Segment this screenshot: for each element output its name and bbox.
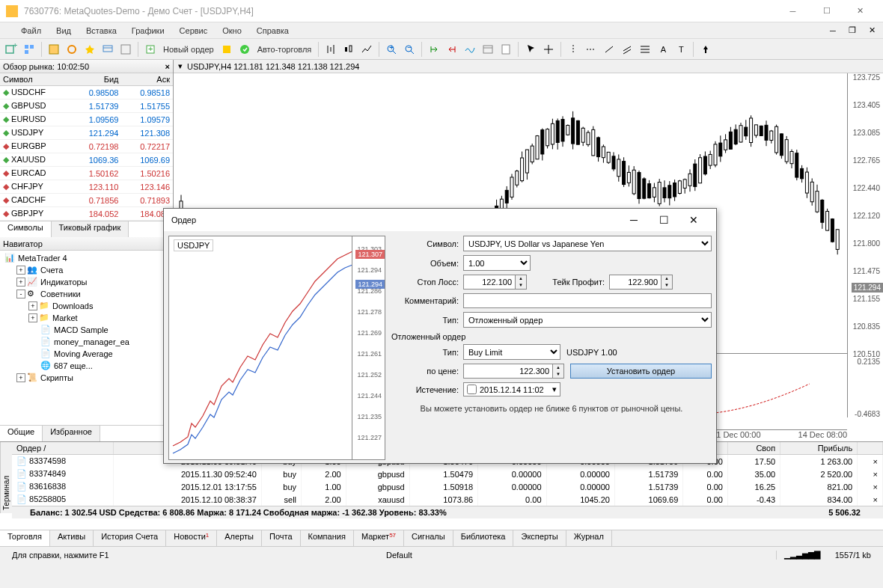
expander-icon[interactable]: + <box>28 301 37 310</box>
market-watch-row[interactable]: ◆ EURGBP0.721980.72217 <box>0 140 173 153</box>
dialog-close-icon[interactable]: ✕ <box>679 214 709 226</box>
hline-icon[interactable] <box>583 41 599 58</box>
terminal-tab-алерты[interactable]: Алерты <box>217 530 262 546</box>
menu-view[interactable]: Вид <box>49 26 79 35</box>
terminal-column[interactable] <box>858 442 883 455</box>
text-label-icon[interactable]: T <box>673 41 689 58</box>
market-watch-row[interactable]: ◆ GBPJPY184.052184.088 <box>0 207 173 221</box>
terminal-column[interactable]: Ордер / <box>12 442 114 455</box>
terminal-column[interactable]: Своп <box>727 442 780 455</box>
menu-insert[interactable]: Вставка <box>79 26 124 35</box>
market-watch-row[interactable]: ◆ USDCHF0.985080.98518 <box>0 86 173 99</box>
cursor-icon[interactable] <box>522 41 539 58</box>
menu-help[interactable]: Справка <box>249 26 296 35</box>
text-icon[interactable]: A <box>655 41 671 58</box>
zoom-out-icon[interactable]: − <box>401 41 418 58</box>
tree-item[interactable]: 📄MACD Sample <box>1 324 171 336</box>
order-type-select[interactable]: Отложенный ордер <box>463 312 712 328</box>
expander-icon[interactable]: - <box>16 290 25 298</box>
navigator-icon[interactable] <box>82 41 98 58</box>
col-bid[interactable]: Бид <box>70 73 122 86</box>
candle-chart-icon[interactable] <box>340 41 357 58</box>
autotrade-label[interactable]: Авто-торговля <box>254 45 315 54</box>
tree-item[interactable]: 🌐687 еще... <box>1 360 171 372</box>
terminal-tab-сигналы[interactable]: Сигналы <box>404 530 453 546</box>
menu-charts[interactable]: Графики <box>124 26 172 35</box>
chart-menu-icon[interactable]: ▾ <box>178 61 183 71</box>
line-chart-icon[interactable] <box>358 41 375 58</box>
terminal-icon[interactable] <box>100 41 116 58</box>
expander-icon[interactable]: + <box>16 373 25 382</box>
indicators-icon[interactable] <box>462 41 478 58</box>
tree-item[interactable]: +👥Счета <box>1 264 171 276</box>
expiry-checkbox[interactable] <box>467 385 477 394</box>
terminal-tab-активы[interactable]: Активы <box>50 530 94 546</box>
data-window-icon[interactable] <box>64 41 80 58</box>
market-watch-row[interactable]: ◆ EURUSD1.095691.09579 <box>0 113 173 126</box>
minimize-button[interactable]: ─ <box>776 1 810 22</box>
new-order-label[interactable]: Новый ордер <box>160 45 217 54</box>
market-watch-row[interactable]: ◆ EURCAD1.501621.50216 <box>0 167 173 180</box>
tree-item[interactable]: 📄money_manager_ea <box>1 336 171 348</box>
tab-favorites[interactable]: Избранное <box>43 426 100 441</box>
market-watch-close-icon[interactable]: × <box>165 62 170 71</box>
zoom-in-icon[interactable]: + <box>383 41 400 58</box>
tab-common[interactable]: Общие <box>0 426 43 441</box>
terminal-tab-история счета[interactable]: История Счета <box>94 530 166 546</box>
maximize-button[interactable]: ☐ <box>810 1 843 22</box>
sl-spinner[interactable]: ▲▼ <box>463 275 527 290</box>
expander-icon[interactable]: + <box>28 313 37 322</box>
trendline-icon[interactable] <box>601 41 617 58</box>
tree-item[interactable]: +📈Индикаторы <box>1 276 171 288</box>
dialog-minimize-icon[interactable]: ─ <box>619 214 649 226</box>
close-button[interactable]: ✕ <box>843 1 877 22</box>
terminal-tab-маркет[interactable]: Маркет57 <box>354 530 404 546</box>
arrows-icon[interactable] <box>697 41 714 58</box>
market-watch-row[interactable]: ◆ CADCHF0.718560.71893 <box>0 194 173 207</box>
terminal-tab-библиотека[interactable]: Библиотека <box>453 530 514 546</box>
market-watch-icon[interactable] <box>46 41 62 58</box>
terminal-tab-торговля[interactable]: Торговля <box>0 530 50 546</box>
autotrade-icon[interactable] <box>236 41 253 58</box>
tree-item[interactable]: +📁Downloads <box>1 300 171 312</box>
order-row[interactable]: 📄 833748492015.11.30 09:52:40buy2.00gbpu… <box>12 468 883 480</box>
pending-type-select[interactable]: Buy Limit <box>463 344 560 360</box>
comment-input[interactable] <box>463 293 712 308</box>
menu-window[interactable]: Окно <box>215 26 249 35</box>
vline-icon[interactable] <box>565 41 581 58</box>
terminal-tab-журнал[interactable]: Журнал <box>566 530 612 546</box>
tree-item[interactable]: 📄Moving Average <box>1 348 171 360</box>
tree-item[interactable]: -⚙Советники <box>1 288 171 300</box>
tree-item[interactable]: +📜Скрипты <box>1 372 171 384</box>
expander-icon[interactable]: + <box>16 278 25 287</box>
tab-symbols[interactable]: Символы <box>0 221 52 237</box>
bar-chart-icon[interactable] <box>323 41 339 58</box>
dev-tools-icon[interactable] <box>117 41 134 58</box>
child-restore-icon[interactable]: ❐ <box>844 22 861 39</box>
tree-item[interactable]: +📁Market <box>1 312 171 324</box>
order-row[interactable]: 📄 836168382015.12.01 13:17:55buy1.00gbpu… <box>12 480 883 493</box>
menu-service[interactable]: Сервис <box>172 26 216 35</box>
market-watch-row[interactable]: ◆ USDJPY121.294121.308 <box>0 126 173 140</box>
market-watch-row[interactable]: ◆ XAUUSD1069.361069.69 <box>0 153 173 167</box>
volume-select[interactable]: 1.00 <box>463 255 531 271</box>
dialog-titlebar[interactable]: Ордер ─ ☐ ✕ <box>164 209 716 231</box>
market-watch-row[interactable]: ◆ GBPUSD1.517391.51755 <box>0 99 173 113</box>
col-ask[interactable]: Аск <box>121 73 173 86</box>
status-profile[interactable]: Default <box>379 551 777 560</box>
periods-icon[interactable] <box>480 41 496 58</box>
terminal-tab-эксперты[interactable]: Эксперты <box>513 530 566 546</box>
terminal-tab-новости[interactable]: Новости1 <box>166 530 217 546</box>
terminal-tab-почта[interactable]: Почта <box>262 530 301 546</box>
metaeditor-icon[interactable] <box>219 41 235 58</box>
dialog-maximize-icon[interactable]: ☐ <box>649 214 679 226</box>
expander-icon[interactable]: + <box>16 266 25 275</box>
terminal-column[interactable]: Прибыль <box>780 442 858 455</box>
templates-icon[interactable] <box>498 41 514 58</box>
child-minimize-icon[interactable]: ─ <box>825 22 841 39</box>
tp-spinner[interactable]: ▲▼ <box>609 275 673 290</box>
col-symbol[interactable]: Символ <box>0 73 70 86</box>
install-order-button[interactable]: Установить ордер <box>570 364 712 379</box>
expiry-picker[interactable]: 2015.12.14 11:02 ▾ <box>463 382 560 396</box>
autoscroll-icon[interactable] <box>426 41 442 58</box>
